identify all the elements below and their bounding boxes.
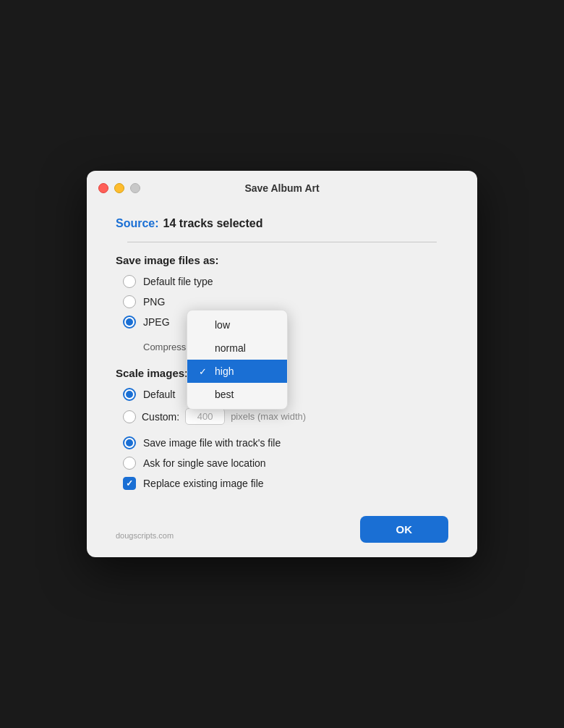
traffic-lights (98, 183, 140, 193)
checkbox-replace-existing[interactable]: Replace existing image file (123, 477, 448, 490)
save-image-section-label: Save image files as: (116, 254, 448, 266)
source-label: Source: (116, 217, 159, 230)
footer: dougscripts.com OK (87, 504, 477, 557)
radio-label-scale-default: Default (143, 389, 175, 400)
dropdown-item-best[interactable]: best (187, 383, 287, 406)
dropdown-item-low[interactable]: low (187, 313, 287, 337)
radio-label-jpeg: JPEG (143, 316, 170, 328)
radio-label-save-with-track: Save image file with track's file (143, 437, 281, 449)
compression-dropdown-popup[interactable]: low normal ✓ high best (187, 310, 288, 410)
dropdown-item-normal[interactable]: normal (187, 337, 287, 360)
radio-circle-save-with-track (123, 436, 136, 449)
source-line: Source: 14 tracks selected (116, 217, 448, 230)
radio-default-filetype[interactable]: Default file type (123, 275, 448, 288)
title-bar: Save Album Art (87, 171, 477, 203)
source-value: 14 tracks selected (163, 217, 263, 230)
radio-scale-custom[interactable]: Custom: pixels (max width) (123, 408, 448, 425)
radio-label-png: PNG (143, 296, 165, 308)
radio-circle-jpeg (123, 316, 136, 329)
dropdown-label-normal: normal (215, 342, 246, 354)
check-normal (199, 343, 209, 354)
radio-label-ask-location: Ask for single save location (143, 457, 266, 469)
ok-button[interactable]: OK (360, 516, 449, 543)
close-button[interactable] (98, 183, 108, 193)
check-low (199, 320, 209, 331)
radio-ask-location[interactable]: Ask for single save location (123, 457, 448, 470)
minimize-button[interactable] (114, 183, 124, 193)
radio-circle-scale-custom (123, 410, 136, 423)
radio-save-with-track[interactable]: Save image file with track's file (123, 436, 448, 449)
compression-row: Compression quality low normal ✓ high (143, 339, 448, 355)
check-high: ✓ (199, 366, 209, 377)
radio-circle-png (123, 295, 136, 308)
radio-png[interactable]: PNG (123, 295, 448, 308)
window-title: Save Album Art (98, 182, 466, 194)
content-area: Source: 14 tracks selected Save image fi… (87, 203, 477, 504)
file-type-radio-group: Default file type PNG JPEG Compression q… (123, 275, 448, 355)
main-window: Save Album Art Source: 14 tracks selecte… (87, 171, 477, 557)
check-best (199, 389, 209, 400)
radio-circle-scale-default (123, 388, 136, 401)
dropdown-label-low: low (215, 319, 230, 331)
zoom-button[interactable] (130, 183, 140, 193)
save-options-section: Save image file with track's file Ask fo… (123, 436, 448, 490)
dropdown-item-high[interactable]: ✓ high (187, 360, 287, 383)
dropdown-label-high: high (215, 365, 234, 377)
radio-label-scale-custom: Custom: (142, 411, 179, 423)
brand-label: dougscripts.com (116, 531, 174, 540)
radio-circle-default (123, 275, 136, 288)
radio-label-default: Default file type (143, 276, 213, 287)
pixel-hint: pixels (max width) (231, 411, 306, 422)
checkbox-box-replace (123, 477, 136, 490)
dropdown-label-best: best (215, 389, 234, 400)
custom-pixel-input[interactable] (185, 408, 225, 425)
radio-circle-ask-location (123, 457, 136, 470)
checkbox-label-replace: Replace existing image file (143, 478, 264, 489)
